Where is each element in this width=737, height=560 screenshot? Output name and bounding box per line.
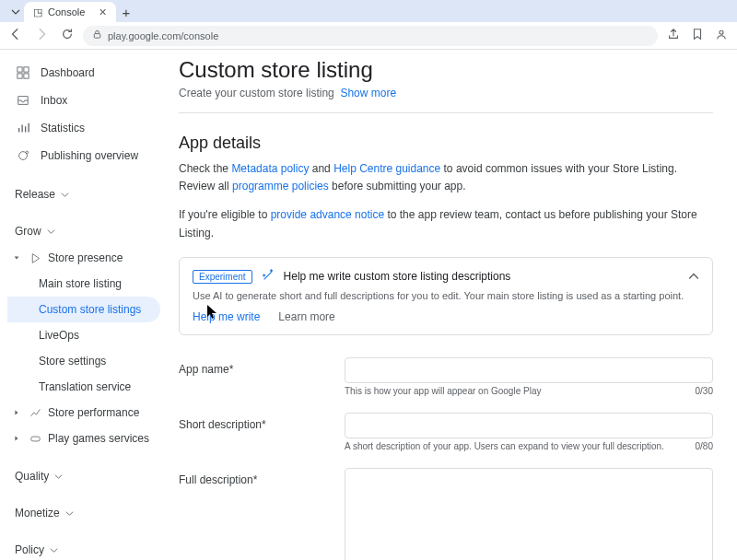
trend-icon xyxy=(28,407,42,419)
svg-rect-2 xyxy=(18,67,22,72)
form-row-short-desc: Short description* A short description o… xyxy=(179,413,713,451)
short-desc-helper: A short description of your app. Users c… xyxy=(345,441,664,451)
sidebar-section-quality[interactable]: Quality xyxy=(7,462,166,490)
chevron-down-icon xyxy=(47,228,55,236)
sidebar-item-label: Inbox xyxy=(41,94,67,107)
tab-dropdown[interactable] xyxy=(7,2,24,22)
url-text: play.google.com/console xyxy=(108,30,218,41)
reload-icon[interactable] xyxy=(61,28,74,43)
sidebar-item-publishing[interactable]: Publishing overview xyxy=(7,142,166,169)
sidebar-item-play-games[interactable]: Play games services xyxy=(7,426,166,451)
page-subtitle: Create your custom store listing Show mo… xyxy=(179,87,713,99)
sidebar-item-label: Publishing overview xyxy=(41,149,138,162)
sidebar-item-label: Statistics xyxy=(41,122,85,134)
games-icon xyxy=(28,433,42,445)
browser-tab[interactable]: ◳ Console ✕ xyxy=(24,2,116,22)
chevron-down-icon xyxy=(61,191,69,199)
help-centre-link[interactable]: Help Centre guidance xyxy=(333,162,440,175)
publishing-icon xyxy=(15,149,31,162)
bookmark-icon[interactable] xyxy=(691,28,704,43)
chevron-down-icon xyxy=(65,509,74,518)
experiment-badge: Experiment xyxy=(193,270,252,284)
new-tab-button[interactable]: + xyxy=(116,2,136,22)
sidebar-item-custom-listings[interactable]: Custom store listings xyxy=(7,297,160,322)
sidebar-item-label: Store presence xyxy=(48,251,123,264)
sidebar-section-monetize[interactable]: Monetize xyxy=(7,499,166,527)
programme-policies-link[interactable]: programme policies xyxy=(232,180,329,192)
profile-icon[interactable] xyxy=(715,28,728,43)
close-icon[interactable]: ✕ xyxy=(99,6,107,18)
svg-rect-8 xyxy=(30,437,40,441)
sidebar-section-label: Policy xyxy=(15,543,44,556)
show-more-link[interactable]: Show more xyxy=(340,87,396,99)
sidebar-section-label: Quality xyxy=(15,470,49,483)
back-icon[interactable] xyxy=(9,28,22,43)
address-bar[interactable]: play.google.com/console xyxy=(83,26,658,46)
dashboard-icon xyxy=(15,66,31,79)
svg-point-1 xyxy=(719,30,723,34)
app-details-paragraph-1: Check the Metadata policy and Help Centr… xyxy=(179,160,713,195)
svg-rect-4 xyxy=(18,74,22,78)
experiment-panel: Experiment Help me write custom store li… xyxy=(179,257,713,335)
metadata-policy-link[interactable]: Metadata policy xyxy=(231,162,309,175)
short-desc-counter: 0/80 xyxy=(696,441,713,451)
sidebar-section-grow[interactable]: Grow xyxy=(7,217,166,245)
sidebar: Dashboard Inbox Statistics Publishing ov… xyxy=(0,50,166,560)
sidebar-item-liveops[interactable]: LiveOps xyxy=(7,322,160,348)
short-desc-label: Short description* xyxy=(179,413,345,451)
sidebar-item-dashboard[interactable]: Dashboard xyxy=(7,59,166,87)
statistics-icon xyxy=(15,122,31,134)
inbox-icon xyxy=(15,94,31,107)
learn-more-link[interactable]: Learn more xyxy=(278,310,334,323)
sidebar-section-policy[interactable]: Policy xyxy=(7,536,166,560)
sidebar-item-store-presence[interactable]: Store presence xyxy=(7,245,166,271)
short-desc-input[interactable] xyxy=(345,413,713,438)
advance-notice-link[interactable]: provide advance notice xyxy=(271,208,384,221)
form-row-app-name: App name* This is how your app will appe… xyxy=(179,357,713,396)
experiment-description: Use AI to generate short and full descri… xyxy=(193,290,699,301)
sidebar-item-label: Dashboard xyxy=(41,66,95,79)
section-heading-app-details: App details xyxy=(179,134,713,153)
sidebar-item-main-listing[interactable]: Main store listing xyxy=(7,271,160,297)
sidebar-item-label: Store performance xyxy=(48,406,139,419)
help-me-write-button[interactable]: Help me write xyxy=(193,310,260,323)
sidebar-item-inbox[interactable]: Inbox xyxy=(7,87,166,114)
sidebar-item-label: Play games services xyxy=(48,432,149,445)
page-title: Custom store listing xyxy=(179,57,713,83)
tab-title: Console xyxy=(48,6,85,18)
chevron-down-icon xyxy=(50,546,58,554)
app-name-helper: This is how your app will appear on Goog… xyxy=(345,386,541,396)
forward-icon[interactable] xyxy=(35,28,48,43)
chevron-down-icon xyxy=(54,472,63,481)
sidebar-section-label: Grow xyxy=(15,225,41,238)
tab-favicon: ◳ xyxy=(33,6,42,18)
full-desc-label: Full description* xyxy=(179,468,345,560)
svg-rect-5 xyxy=(24,74,29,78)
experiment-title: Help me write custom store listing descr… xyxy=(284,270,511,283)
svg-rect-0 xyxy=(94,34,99,39)
sidebar-item-translation[interactable]: Translation service xyxy=(7,374,160,400)
sidebar-item-store-performance[interactable]: Store performance xyxy=(7,400,166,426)
form-row-full-desc: Full description* 0/4000 xyxy=(179,468,713,560)
lock-icon xyxy=(92,29,102,41)
sidebar-item-store-settings[interactable]: Store settings xyxy=(7,348,160,374)
app-details-paragraph-2: If you're eligible to provide advance no… xyxy=(179,206,713,241)
sidebar-section-release[interactable]: Release xyxy=(7,181,166,208)
main-content: Custom store listing Create your custom … xyxy=(166,50,737,560)
divider xyxy=(179,112,713,113)
share-icon[interactable] xyxy=(667,28,680,43)
caret-right-icon xyxy=(13,406,22,419)
app-name-label: App name* xyxy=(179,357,345,396)
play-icon xyxy=(28,252,42,264)
sidebar-section-label: Monetize xyxy=(15,507,60,519)
full-desc-input[interactable] xyxy=(345,468,713,560)
browser-toolbar: play.google.com/console xyxy=(0,22,737,50)
caret-right-icon xyxy=(13,432,22,445)
app-name-input[interactable] xyxy=(345,357,713,383)
sidebar-section-label: Release xyxy=(15,188,55,201)
caret-down-icon xyxy=(13,251,22,264)
sidebar-item-statistics[interactable]: Statistics xyxy=(7,114,166,142)
svg-point-7 xyxy=(26,151,29,154)
chevron-up-icon[interactable] xyxy=(688,271,699,285)
magic-wand-icon xyxy=(262,269,275,285)
